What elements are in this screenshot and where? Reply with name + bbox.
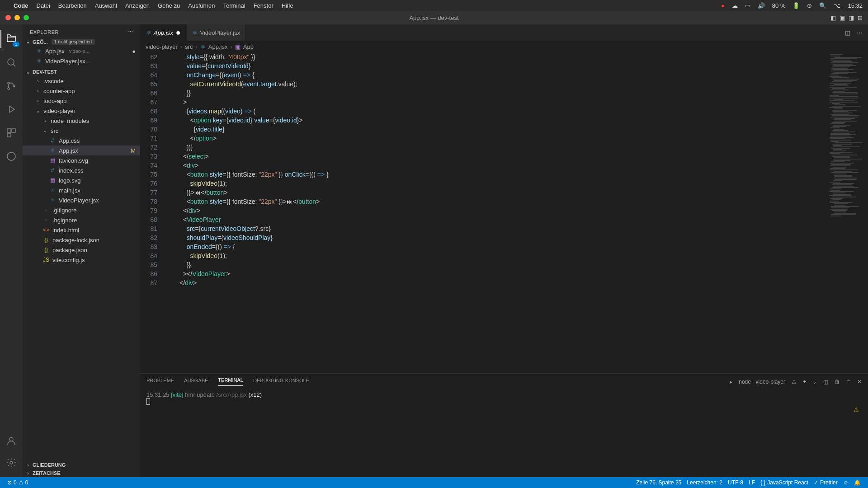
file-item[interactable]: ⚛App.jsxM: [23, 145, 140, 155]
activity-debug[interactable]: [0, 99, 22, 120]
terminal-dropdown-icon[interactable]: ⌄: [812, 379, 817, 385]
symbol-icon: ▣: [235, 43, 241, 50]
explorer-sidebar: EXPLORER ⋯ ⌄ GEÖ... 1 nicht gespeichert …: [23, 24, 140, 477]
battery-icon[interactable]: 🔋: [793, 2, 800, 9]
record-icon[interactable]: ●: [721, 2, 725, 9]
activity-rhodecode[interactable]: [0, 145, 22, 167]
menu-gehezu[interactable]: Gehe zu: [158, 2, 180, 9]
menu-bearbeiten[interactable]: Bearbeiten: [58, 2, 87, 9]
open-editor-sub: video-p...: [69, 48, 90, 54]
open-editor-item[interactable]: ⚛ VideoPlayer.jsx...: [23, 56, 140, 66]
panel-tab-terminal[interactable]: TERMINAL: [218, 377, 243, 386]
folder-item[interactable]: ›.vscode: [23, 76, 140, 86]
file-item[interactable]: #index.css: [23, 165, 140, 175]
split-editor-icon[interactable]: ◫: [845, 29, 850, 36]
file-item[interactable]: {}package.json: [23, 245, 140, 255]
volume-icon[interactable]: 🔊: [758, 2, 765, 9]
breadcrumb-item[interactable]: App: [243, 43, 254, 50]
minimap[interactable]: [827, 52, 868, 373]
terminal-label[interactable]: node - video-player: [739, 379, 785, 385]
activity-source-control[interactable]: [0, 75, 22, 97]
file-item[interactable]: ◦.hgignore: [23, 215, 140, 225]
wifi-icon[interactable]: ⊙: [807, 2, 812, 9]
kill-terminal-icon[interactable]: 🗑: [835, 379, 840, 385]
file-item[interactable]: <>index.html: [23, 225, 140, 235]
menu-datei[interactable]: Datei: [37, 2, 50, 9]
layout-sidebar-right-icon[interactable]: ◨: [849, 14, 854, 21]
menubar-time[interactable]: 15:32: [848, 2, 863, 9]
workspace-header[interactable]: ⌄ DEV-TEST: [23, 68, 140, 76]
menu-anzeigen[interactable]: Anzeigen: [125, 2, 150, 9]
close-window-button[interactable]: [5, 15, 11, 20]
maximize-window-button[interactable]: [24, 15, 29, 20]
menu-fenster[interactable]: Fenster: [254, 2, 274, 9]
breadcrumb-item[interactable]: src: [185, 43, 193, 50]
open-editors-header[interactable]: ⌄ GEÖ... 1 nicht gespeichert: [23, 38, 140, 46]
menu-terminal[interactable]: Terminal: [223, 2, 245, 9]
status-encoding[interactable]: UTF-8: [725, 479, 746, 486]
file-name: main.jsx: [59, 187, 80, 194]
file-item[interactable]: #App.css: [23, 136, 140, 145]
status-language[interactable]: { } JavaScript React: [758, 479, 811, 486]
open-editor-item[interactable]: ● ⚛ App.jsx video-p...: [23, 46, 140, 56]
search-icon[interactable]: 🔍: [819, 2, 826, 9]
menu-ausfuehren[interactable]: Ausführen: [188, 2, 215, 9]
code-editor[interactable]: 6263646566676869707172737475767778798081…: [140, 52, 868, 373]
file-item[interactable]: ⚛main.jsx: [23, 185, 140, 195]
file-item[interactable]: {}package-lock.json: [23, 235, 140, 245]
folder-item[interactable]: ⌄src: [23, 126, 140, 136]
status-notifications[interactable]: 🔔: [851, 479, 863, 486]
control-center-icon[interactable]: ⌥: [834, 2, 840, 9]
status-feedback[interactable]: ☺: [840, 479, 851, 486]
folder-item[interactable]: ›counter-app: [23, 86, 140, 96]
more-actions-icon[interactable]: ⋯: [857, 29, 863, 36]
panel-tab-output[interactable]: AUSGABE: [184, 378, 208, 386]
panel-tab-debug[interactable]: DEBUGGING-KONSOLE: [253, 378, 309, 386]
timeline-label: ZEITACHSE: [33, 470, 61, 476]
layout-panel-icon[interactable]: ▣: [840, 14, 845, 21]
svg-point-3: [8, 88, 9, 89]
file-name: VideoPlayer.jsx: [59, 197, 99, 204]
file-item[interactable]: ◦.gitignore: [23, 205, 140, 215]
editor-tab[interactable]: ⚛ VideoPlayer.jsx: [187, 24, 246, 41]
breadcrumb-item[interactable]: App.jsx: [208, 43, 228, 50]
explorer-more-icon[interactable]: ⋯: [128, 29, 133, 35]
timeline-header[interactable]: › ZEITACHSE: [23, 469, 140, 477]
activity-accounts[interactable]: [0, 430, 22, 452]
layout-sidebar-left-icon[interactable]: ◧: [830, 14, 836, 21]
minimize-window-button[interactable]: [14, 15, 20, 20]
status-prettier[interactable]: ✓ Prettier: [811, 479, 840, 486]
editor-tab[interactable]: ⚛ App.jsx ●: [140, 24, 187, 41]
status-line-col[interactable]: Zeile 76, Spalte 25: [633, 479, 684, 486]
folder-item[interactable]: ›node_modules: [23, 116, 140, 126]
menu-auswahl[interactable]: Auswahl: [95, 2, 117, 9]
status-eol[interactable]: LF: [746, 479, 758, 486]
cloud-icon[interactable]: ☁: [732, 2, 738, 9]
display-icon[interactable]: ▭: [745, 2, 750, 9]
file-item[interactable]: ⚛VideoPlayer.jsx: [23, 195, 140, 205]
file-item[interactable]: ▦favicon.svg: [23, 155, 140, 165]
folder-item[interactable]: ⌄video-player: [23, 106, 140, 116]
activity-settings[interactable]: [0, 452, 22, 474]
new-terminal-button[interactable]: +: [803, 379, 806, 385]
layout-customize-icon[interactable]: ⊞: [858, 14, 863, 21]
outline-header[interactable]: › GLIEDERUNG: [23, 461, 140, 469]
panel-tab-problems[interactable]: PROBLEME: [146, 378, 174, 386]
menubar-app[interactable]: Code: [14, 2, 28, 9]
status-errors[interactable]: ⊘ 0 ⚠ 0: [5, 477, 31, 488]
breadcrumb-item[interactable]: video-player: [146, 43, 178, 50]
status-spaces[interactable]: Leerzeichen: 2: [684, 479, 725, 486]
breadcrumb[interactable]: video-player › src › ⚛ App.jsx › ▣ App: [140, 41, 868, 52]
close-panel-icon[interactable]: ✕: [857, 379, 862, 385]
menu-hilfe[interactable]: Hilfe: [282, 2, 293, 9]
warning-icon[interactable]: ⚠: [854, 406, 859, 413]
file-item[interactable]: ▦logo.svg: [23, 175, 140, 185]
activity-extensions[interactable]: [0, 122, 22, 144]
split-terminal-icon[interactable]: ◫: [823, 379, 828, 385]
folder-item[interactable]: ›todo-app: [23, 96, 140, 106]
activity-search[interactable]: [0, 52, 22, 73]
file-item[interactable]: JSvite.config.js: [23, 255, 140, 265]
maximize-panel-icon[interactable]: ⌃: [846, 379, 851, 385]
terminal-content[interactable]: 15:31:25 [vite] hmr update /src/App.jsx …: [140, 389, 868, 477]
activity-explorer[interactable]: 1: [0, 28, 22, 50]
